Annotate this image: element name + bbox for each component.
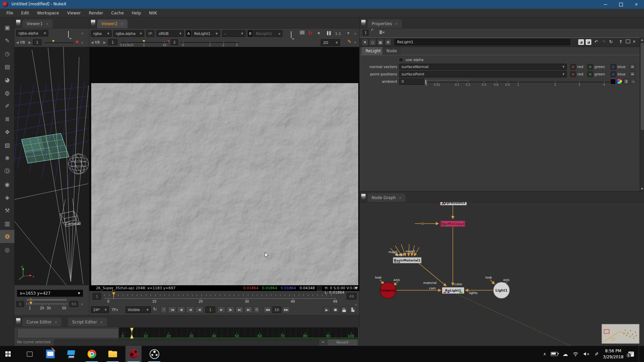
green-channel-icon[interactable]: ✕ xyxy=(587,64,593,70)
node-light[interactable]: Light1 xyxy=(493,282,509,298)
pause-icon[interactable] xyxy=(327,31,331,35)
render-stop-button[interactable]: ■ xyxy=(332,306,339,313)
views-icon[interactable]: ◉ xyxy=(0,178,14,191)
swirl-plugin-icon[interactable]: ◎ xyxy=(0,243,14,256)
fstop-dec-icon[interactable]: ◀ xyxy=(16,41,19,44)
prev-keyframe-button[interactable]: ◀| xyxy=(177,306,185,313)
keyer-icon[interactable]: ✐ xyxy=(0,99,14,112)
metadata-icon[interactable]: ◈ xyxy=(0,191,14,204)
menu-render[interactable]: Render xyxy=(85,11,107,15)
output-toggle-button[interactable]: O xyxy=(254,306,260,313)
node-graph-minimap[interactable] xyxy=(602,324,639,344)
collapse-icon[interactable]: » xyxy=(80,303,85,305)
sample-eyedropper-icon[interactable]: ✎ xyxy=(347,39,352,44)
clock[interactable]: 8:56 PM 3/29/2018 xyxy=(603,348,624,360)
visible-select[interactable]: Visible▼ xyxy=(125,306,151,313)
frame-increment[interactable]: 10 xyxy=(272,306,281,313)
panel-corner-icon[interactable] xyxy=(91,19,96,26)
fstop-value[interactable]: 1 xyxy=(33,39,42,45)
edit-b-icon[interactable]: ◪ xyxy=(585,39,592,45)
range-in[interactable]: 1 xyxy=(93,293,101,300)
gain-slider[interactable] xyxy=(121,42,168,43)
fstop-dec-icon[interactable]: ◀ xyxy=(91,41,94,44)
mini-range-out[interactable]: 50 xyxy=(69,301,78,307)
lock-range-button[interactable] xyxy=(340,306,348,313)
draw-icon[interactable]: ✎ xyxy=(0,34,14,47)
close-tab-icon[interactable]: ✕ xyxy=(55,320,57,324)
merge-icon[interactable]: ≣ xyxy=(0,112,14,125)
transform-icon[interactable]: ✥ xyxy=(0,125,14,138)
view-mode-select[interactable]: 2D▼ xyxy=(321,39,340,46)
timeline-frames-toggle[interactable]: TF▼ xyxy=(112,308,118,312)
dope-sheet-ruler[interactable]: 0 10 20 30 40 50 60 70 80 90 100 xyxy=(119,327,358,339)
channel-icon[interactable]: ▤ xyxy=(0,60,14,73)
normal-vectors-select[interactable]: surfaceNormal▼ xyxy=(399,64,567,70)
close-all-panels-icon[interactable]: ≣✕ xyxy=(379,30,385,35)
frame-ruler[interactable] xyxy=(104,294,336,296)
flipbook-play-button[interactable]: ▶ xyxy=(323,306,330,313)
gain-slider-thumb[interactable] xyxy=(52,40,55,42)
tray-expand-icon[interactable]: ∧ xyxy=(543,352,546,356)
scroll-down-icon[interactable]: ▼ xyxy=(641,187,643,190)
close-tab-icon[interactable]: ✕ xyxy=(46,22,48,26)
globe-plugin-icon[interactable]: ❂ xyxy=(0,230,14,243)
notification-icon[interactable]: 1 xyxy=(628,352,634,357)
particles-icon[interactable]: ❋ xyxy=(0,152,14,165)
taskbar-app-obs[interactable] xyxy=(146,346,162,362)
pixel-readout-select[interactable]: x=1653 y=427 ▼ xyxy=(17,290,83,297)
close-tab-icon[interactable]: ✕ xyxy=(395,22,398,26)
close-tab-icon[interactable]: ✕ xyxy=(100,320,103,324)
zoom-level[interactable]: 1:1 xyxy=(335,32,341,36)
jump-forward-button[interactable]: ▶▶ xyxy=(282,306,290,313)
range-out[interactable]: 49 xyxy=(346,293,357,300)
minimize-button[interactable] xyxy=(598,0,613,9)
node-basicmaterial[interactable]: BasicMaterial1 xyxy=(393,257,421,263)
close-tab-icon[interactable]: ✕ xyxy=(399,196,401,200)
edit-a-icon[interactable]: ◪ xyxy=(578,39,584,45)
revert-button[interactable]: Revert xyxy=(327,339,358,346)
relight-card-wireframe[interactable] xyxy=(21,133,69,163)
tab-curve-editor[interactable]: Curve Editor✕ xyxy=(22,318,61,326)
deep-icon[interactable]: Ⓓ xyxy=(0,165,14,178)
playhead[interactable] xyxy=(112,292,115,295)
toolsets-icon[interactable]: ⚒ xyxy=(0,204,14,217)
expression-field[interactable] xyxy=(54,340,319,346)
monitor-icon[interactable] xyxy=(291,31,291,38)
dot-connector[interactable] xyxy=(422,223,424,225)
layer-list-icon[interactable] xyxy=(300,31,305,32)
red-channel-icon[interactable]: ✕ xyxy=(570,71,576,77)
layer-select[interactable]: rgba▼ xyxy=(91,30,112,37)
undo-icon[interactable]: ↶ xyxy=(594,39,598,44)
taskbar-app-chrome[interactable] xyxy=(84,346,100,362)
float-window-icon[interactable] xyxy=(626,40,630,43)
task-view-button[interactable] xyxy=(21,346,38,362)
panel-corner-icon[interactable] xyxy=(361,19,366,26)
tab-properties[interactable]: Properties✕ xyxy=(368,19,402,28)
gain-thumb[interactable] xyxy=(143,40,145,42)
roi-icon[interactable]: ⌖ xyxy=(317,30,320,36)
channel-equals-button[interactable]: = xyxy=(630,71,635,77)
next-keyframe-button[interactable]: ▶| xyxy=(235,306,244,313)
panel-corner-icon[interactable] xyxy=(16,318,21,324)
ambient-slider[interactable] xyxy=(426,82,629,83)
properties-scrollbar[interactable]: ▲ ▼ xyxy=(640,38,644,191)
sample-marker-icon[interactable] xyxy=(76,41,78,43)
viewer1-viewport[interactable]: Camera2 y x xyxy=(14,47,89,285)
gamma-marker-icon[interactable] xyxy=(167,40,170,42)
viewer1-channels-select[interactable]: rgba.alpha▼ xyxy=(16,30,48,37)
node-relight[interactable]: ReLight1 xyxy=(442,288,464,293)
node-shufflecopy[interactable]: ShuffleCopy1 xyxy=(441,221,465,227)
collapse-node-button[interactable]: ▼ xyxy=(362,39,368,46)
tab-script-editor[interactable]: Script Editor✕ xyxy=(68,318,107,326)
redo-icon[interactable]: ↷ xyxy=(602,39,605,44)
gain-slider[interactable] xyxy=(44,43,73,44)
b-buffer-select[interactable]: ReLight1◢ xyxy=(254,30,282,37)
collapse-icon[interactable]: » xyxy=(353,41,358,43)
channels-select[interactable]: rgba.alpha▼ xyxy=(113,30,144,37)
curve-button[interactable]: ∿ xyxy=(630,79,636,84)
step-forward-button[interactable]: |▶ xyxy=(226,306,234,313)
tab-viewer1[interactable]: Viewer1✕ xyxy=(22,19,53,28)
a-buffer-label[interactable]: A xyxy=(186,30,191,37)
input-toggle-button[interactable]: I xyxy=(161,306,167,313)
tab-node[interactable]: Node xyxy=(382,47,401,55)
